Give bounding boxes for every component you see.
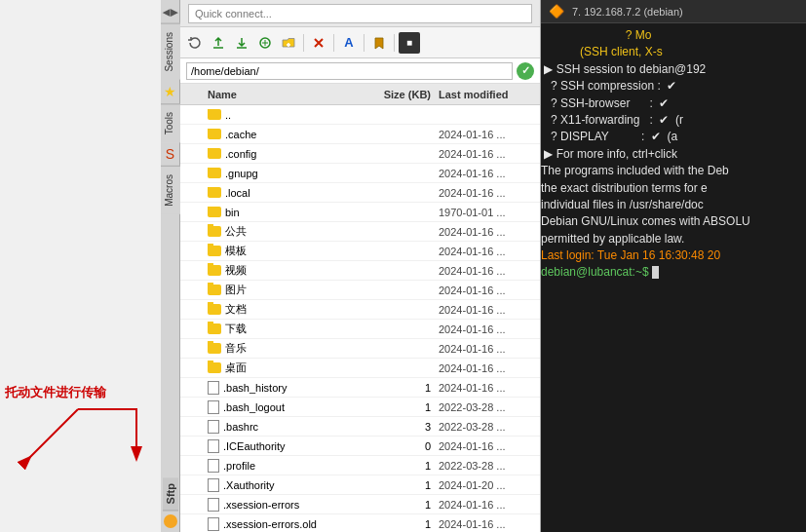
- nav-back[interactable]: ◂: [163, 4, 170, 19]
- file-row[interactable]: .ICEauthority 0 2024-01-16 ...: [180, 437, 540, 456]
- row-name: .ICEauthority: [204, 439, 370, 453]
- row-name: 音乐: [204, 341, 370, 356]
- file-row[interactable]: .xsession-errors 1 2024-01-16 ...: [180, 495, 540, 514]
- favorites-icon[interactable]: ★: [164, 80, 176, 103]
- row-name: .config: [204, 148, 370, 160]
- file-row[interactable]: .bash_history 1 2024-01-16 ...: [180, 378, 540, 398]
- file-row[interactable]: .cache 2024-01-16 ...: [180, 125, 540, 144]
- file-date: 2024-01-16 ...: [439, 168, 536, 179]
- header-date-col[interactable]: Last modified: [439, 89, 536, 100]
- file-name: .ICEauthority: [223, 440, 286, 452]
- row-name: .Xauthority: [204, 478, 370, 492]
- terminal-line: permitted by applicable law.: [541, 231, 806, 247]
- sidebar-tab-sessions[interactable]: Sessions: [161, 23, 180, 80]
- toolbar-btn-bookmark[interactable]: [368, 32, 390, 54]
- file-name: 视频: [225, 263, 247, 278]
- sidebar-tab-macros[interactable]: Macros: [161, 166, 180, 214]
- toolbar-btn-delete[interactable]: [308, 32, 329, 54]
- file-date: 2024-01-16 ...: [439, 440, 536, 452]
- sftp-panel: A ■ ✓ Name Size (KB) Last modified ..: [180, 0, 541, 532]
- terminal-line: ▶ SSH session to debian@192: [541, 61, 806, 78]
- row-name: bin: [204, 207, 370, 218]
- toolbar-separator-2: [333, 34, 334, 52]
- file-name: 文档: [225, 302, 247, 317]
- toolbar-btn-rename[interactable]: A: [338, 32, 360, 54]
- file-row[interactable]: 下载 2024-01-16 ...: [180, 320, 540, 339]
- folder-icon: [208, 148, 221, 159]
- file-row[interactable]: .Xauthority 1 2024-01-20 ...: [180, 475, 540, 495]
- file-name: .profile: [223, 460, 255, 472]
- toolbar-btn-terminal[interactable]: ■: [399, 32, 420, 54]
- quick-connect-bar: [180, 0, 540, 27]
- file-row[interactable]: .profile 1 2022-03-28 ...: [180, 456, 540, 475]
- file-row[interactable]: .gnupg 2024-01-16 ...: [180, 164, 540, 183]
- file-date: 2024-01-16 ...: [439, 362, 536, 374]
- header-name-col[interactable]: Name: [204, 89, 370, 100]
- file-name: .Xauthority: [223, 479, 275, 491]
- file-row[interactable]: .bashrc 3 2022-03-28 ...: [180, 417, 540, 437]
- terminal-line: (SSH client, X-s: [541, 44, 806, 60]
- file-row[interactable]: 公共 2024-01-16 ...: [180, 222, 540, 242]
- row-name: ..: [204, 109, 370, 121]
- file-name: .bash_logout: [223, 401, 285, 413]
- file-name: .local: [225, 187, 250, 199]
- terminal-line: individual files in /usr/share/doc: [541, 197, 806, 213]
- row-name: .profile: [204, 459, 370, 473]
- file-row[interactable]: .xsession-errors.old 1 2024-01-16 ...: [180, 514, 540, 532]
- toolbar-btn-upload[interactable]: [208, 32, 229, 54]
- file-row[interactable]: 文档 2024-01-16 ...: [180, 300, 540, 320]
- file-row[interactable]: bin 1970-01-01 ...: [180, 203, 540, 222]
- sidebar-tab-tools[interactable]: Tools: [161, 103, 180, 142]
- header-size-col[interactable]: Size (KB): [370, 89, 439, 100]
- file-row[interactable]: .local 2024-01-16 ...: [180, 183, 540, 203]
- row-name: .xsession-errors: [204, 498, 370, 512]
- file-size: 1: [370, 382, 439, 394]
- terminal-line: the exact distribution terms for e: [541, 180, 806, 197]
- toolbar-btn-new-folder[interactable]: [278, 32, 299, 54]
- file-row[interactable]: 桌面 2024-01-16 ...: [180, 359, 540, 378]
- file-name: .bashrc: [223, 421, 258, 433]
- file-date: 2024-01-16 ...: [439, 382, 536, 394]
- terminal-content: ? Mo (SSH client, X-s ▶ SSH session to d…: [541, 23, 806, 532]
- terminal-line: debian@lubancat:~$: [541, 264, 806, 281]
- file-name: .xsession-errors.old: [223, 518, 317, 530]
- file-date: 2022-03-28 ...: [439, 460, 536, 472]
- nav-forward[interactable]: ▸: [171, 4, 177, 19]
- toolbar-btn-download[interactable]: [231, 32, 252, 54]
- row-name: .gnupg: [204, 168, 370, 179]
- file-icon: [208, 439, 219, 453]
- row-name: .local: [204, 187, 370, 199]
- sftp-tab[interactable]: Sftp: [163, 477, 178, 511]
- toolbar-btn-sync[interactable]: [254, 32, 276, 54]
- file-row[interactable]: .config 2024-01-16 ...: [180, 144, 540, 164]
- folder-icon: [208, 168, 221, 178]
- file-row[interactable]: 音乐 2024-01-16 ...: [180, 339, 540, 359]
- quick-connect-input[interactable]: [188, 4, 532, 23]
- macros-icon[interactable]: S: [166, 142, 174, 166]
- file-size: 0: [370, 440, 439, 452]
- file-size: 1: [370, 401, 439, 413]
- file-row[interactable]: .bash_logout 1 2022-03-28 ...: [180, 398, 540, 417]
- vertical-sidebar: ◂ ▸ Sessions ★ Tools S Macros Sftp: [161, 0, 180, 532]
- path-input[interactable]: [186, 62, 513, 80]
- file-name: .xsession-errors: [223, 499, 299, 511]
- file-row[interactable]: 模板 2024-01-16 ...: [180, 242, 540, 261]
- file-row[interactable]: 视频 2024-01-16 ...: [180, 261, 540, 281]
- file-date: 2024-01-16 ...: [439, 343, 536, 355]
- file-row[interactable]: 图片 2024-01-16 ...: [180, 281, 540, 300]
- terminal-line: ? X11-forwarding : ✔ (r: [541, 112, 806, 129]
- file-date: 2024-01-16 ...: [439, 246, 536, 257]
- file-icon: [208, 400, 219, 414]
- file-date: 2024-01-16 ...: [439, 148, 536, 160]
- folder-icon: [208, 285, 221, 295]
- path-bar: ✓: [180, 58, 540, 84]
- row-name: 桌面: [204, 361, 370, 375]
- toolbar-btn-refresh[interactable]: [184, 32, 206, 54]
- file-row[interactable]: ..: [180, 105, 540, 125]
- terminal-title-icon: 🔶: [549, 4, 564, 19]
- row-name: .cache: [204, 129, 370, 140]
- file-size: 3: [370, 421, 439, 433]
- annotation-area: 托动文件进行传输: [0, 0, 161, 532]
- file-date: 2024-01-16 ...: [439, 285, 536, 296]
- file-date: 2024-01-20 ...: [439, 479, 536, 491]
